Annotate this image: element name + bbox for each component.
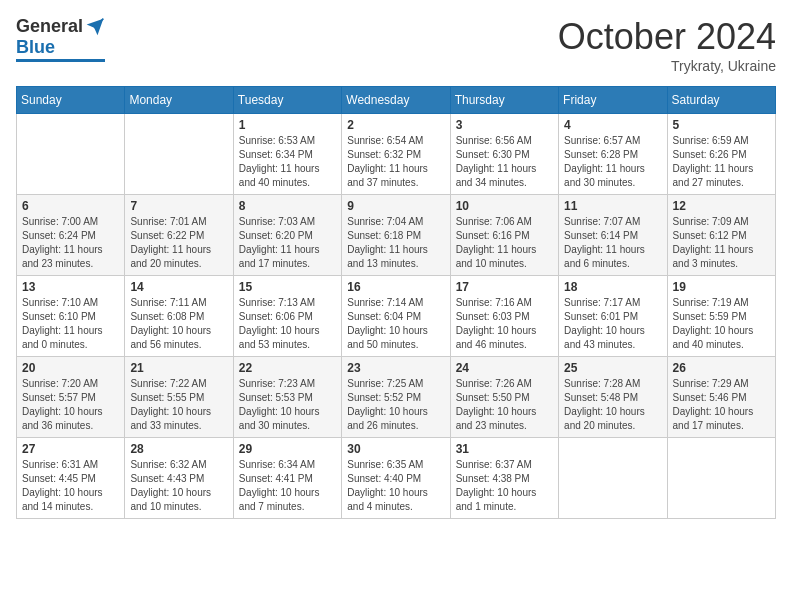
calendar-table: Sunday Monday Tuesday Wednesday Thursday… bbox=[16, 86, 776, 519]
day-info: Sunrise: 7:06 AM Sunset: 6:16 PM Dayligh… bbox=[456, 215, 553, 271]
table-row: 16Sunrise: 7:14 AM Sunset: 6:04 PM Dayli… bbox=[342, 276, 450, 357]
table-row: 1Sunrise: 6:53 AM Sunset: 6:34 PM Daylig… bbox=[233, 114, 341, 195]
day-number: 9 bbox=[347, 199, 444, 213]
logo-blue-text: Blue bbox=[16, 37, 55, 58]
logo-bird-icon bbox=[85, 17, 105, 37]
day-info: Sunrise: 6:56 AM Sunset: 6:30 PM Dayligh… bbox=[456, 134, 553, 190]
week-row-3: 20Sunrise: 7:20 AM Sunset: 5:57 PM Dayli… bbox=[17, 357, 776, 438]
day-info: Sunrise: 7:00 AM Sunset: 6:24 PM Dayligh… bbox=[22, 215, 119, 271]
header-saturday: Saturday bbox=[667, 87, 775, 114]
day-info: Sunrise: 6:53 AM Sunset: 6:34 PM Dayligh… bbox=[239, 134, 336, 190]
day-number: 27 bbox=[22, 442, 119, 456]
table-row: 22Sunrise: 7:23 AM Sunset: 5:53 PM Dayli… bbox=[233, 357, 341, 438]
week-row-2: 13Sunrise: 7:10 AM Sunset: 6:10 PM Dayli… bbox=[17, 276, 776, 357]
day-number: 2 bbox=[347, 118, 444, 132]
day-info: Sunrise: 7:22 AM Sunset: 5:55 PM Dayligh… bbox=[130, 377, 227, 433]
day-info: Sunrise: 6:54 AM Sunset: 6:32 PM Dayligh… bbox=[347, 134, 444, 190]
table-row: 9Sunrise: 7:04 AM Sunset: 6:18 PM Daylig… bbox=[342, 195, 450, 276]
day-number: 21 bbox=[130, 361, 227, 375]
table-row: 20Sunrise: 7:20 AM Sunset: 5:57 PM Dayli… bbox=[17, 357, 125, 438]
day-number: 4 bbox=[564, 118, 661, 132]
day-info: Sunrise: 7:13 AM Sunset: 6:06 PM Dayligh… bbox=[239, 296, 336, 352]
table-row: 25Sunrise: 7:28 AM Sunset: 5:48 PM Dayli… bbox=[559, 357, 667, 438]
day-info: Sunrise: 7:09 AM Sunset: 6:12 PM Dayligh… bbox=[673, 215, 770, 271]
week-row-0: 1Sunrise: 6:53 AM Sunset: 6:34 PM Daylig… bbox=[17, 114, 776, 195]
day-info: Sunrise: 6:35 AM Sunset: 4:40 PM Dayligh… bbox=[347, 458, 444, 514]
logo-general-text: General bbox=[16, 16, 83, 37]
day-info: Sunrise: 7:11 AM Sunset: 6:08 PM Dayligh… bbox=[130, 296, 227, 352]
table-row: 19Sunrise: 7:19 AM Sunset: 5:59 PM Dayli… bbox=[667, 276, 775, 357]
table-row bbox=[17, 114, 125, 195]
day-info: Sunrise: 6:32 AM Sunset: 4:43 PM Dayligh… bbox=[130, 458, 227, 514]
day-number: 5 bbox=[673, 118, 770, 132]
table-row bbox=[125, 114, 233, 195]
day-number: 30 bbox=[347, 442, 444, 456]
table-row: 6Sunrise: 7:00 AM Sunset: 6:24 PM Daylig… bbox=[17, 195, 125, 276]
day-number: 10 bbox=[456, 199, 553, 213]
day-number: 14 bbox=[130, 280, 227, 294]
day-info: Sunrise: 7:17 AM Sunset: 6:01 PM Dayligh… bbox=[564, 296, 661, 352]
table-row: 4Sunrise: 6:57 AM Sunset: 6:28 PM Daylig… bbox=[559, 114, 667, 195]
table-row: 12Sunrise: 7:09 AM Sunset: 6:12 PM Dayli… bbox=[667, 195, 775, 276]
header-thursday: Thursday bbox=[450, 87, 558, 114]
header-wednesday: Wednesday bbox=[342, 87, 450, 114]
day-info: Sunrise: 7:16 AM Sunset: 6:03 PM Dayligh… bbox=[456, 296, 553, 352]
logo: General Blue bbox=[16, 16, 105, 62]
day-number: 23 bbox=[347, 361, 444, 375]
day-info: Sunrise: 7:04 AM Sunset: 6:18 PM Dayligh… bbox=[347, 215, 444, 271]
table-row: 8Sunrise: 7:03 AM Sunset: 6:20 PM Daylig… bbox=[233, 195, 341, 276]
day-number: 13 bbox=[22, 280, 119, 294]
table-row: 28Sunrise: 6:32 AM Sunset: 4:43 PM Dayli… bbox=[125, 438, 233, 519]
page-header: General Blue October 2024 Trykraty, Ukra… bbox=[16, 16, 776, 74]
table-row: 17Sunrise: 7:16 AM Sunset: 6:03 PM Dayli… bbox=[450, 276, 558, 357]
table-row: 7Sunrise: 7:01 AM Sunset: 6:22 PM Daylig… bbox=[125, 195, 233, 276]
table-row: 10Sunrise: 7:06 AM Sunset: 6:16 PM Dayli… bbox=[450, 195, 558, 276]
table-row: 18Sunrise: 7:17 AM Sunset: 6:01 PM Dayli… bbox=[559, 276, 667, 357]
table-row: 15Sunrise: 7:13 AM Sunset: 6:06 PM Dayli… bbox=[233, 276, 341, 357]
day-info: Sunrise: 7:14 AM Sunset: 6:04 PM Dayligh… bbox=[347, 296, 444, 352]
day-info: Sunrise: 7:20 AM Sunset: 5:57 PM Dayligh… bbox=[22, 377, 119, 433]
day-number: 12 bbox=[673, 199, 770, 213]
table-row: 2Sunrise: 6:54 AM Sunset: 6:32 PM Daylig… bbox=[342, 114, 450, 195]
day-info: Sunrise: 6:31 AM Sunset: 4:45 PM Dayligh… bbox=[22, 458, 119, 514]
table-row: 14Sunrise: 7:11 AM Sunset: 6:08 PM Dayli… bbox=[125, 276, 233, 357]
table-row bbox=[559, 438, 667, 519]
day-number: 25 bbox=[564, 361, 661, 375]
table-row: 31Sunrise: 6:37 AM Sunset: 4:38 PM Dayli… bbox=[450, 438, 558, 519]
month-title: October 2024 bbox=[558, 16, 776, 58]
table-row: 29Sunrise: 6:34 AM Sunset: 4:41 PM Dayli… bbox=[233, 438, 341, 519]
table-row: 24Sunrise: 7:26 AM Sunset: 5:50 PM Dayli… bbox=[450, 357, 558, 438]
day-info: Sunrise: 7:26 AM Sunset: 5:50 PM Dayligh… bbox=[456, 377, 553, 433]
day-number: 19 bbox=[673, 280, 770, 294]
week-row-1: 6Sunrise: 7:00 AM Sunset: 6:24 PM Daylig… bbox=[17, 195, 776, 276]
day-number: 29 bbox=[239, 442, 336, 456]
day-info: Sunrise: 7:03 AM Sunset: 6:20 PM Dayligh… bbox=[239, 215, 336, 271]
header-sunday: Sunday bbox=[17, 87, 125, 114]
table-row: 23Sunrise: 7:25 AM Sunset: 5:52 PM Dayli… bbox=[342, 357, 450, 438]
day-number: 15 bbox=[239, 280, 336, 294]
header-monday: Monday bbox=[125, 87, 233, 114]
day-info: Sunrise: 7:19 AM Sunset: 5:59 PM Dayligh… bbox=[673, 296, 770, 352]
table-row: 13Sunrise: 7:10 AM Sunset: 6:10 PM Dayli… bbox=[17, 276, 125, 357]
day-info: Sunrise: 7:28 AM Sunset: 5:48 PM Dayligh… bbox=[564, 377, 661, 433]
day-info: Sunrise: 6:57 AM Sunset: 6:28 PM Dayligh… bbox=[564, 134, 661, 190]
table-row: 26Sunrise: 7:29 AM Sunset: 5:46 PM Dayli… bbox=[667, 357, 775, 438]
table-row: 11Sunrise: 7:07 AM Sunset: 6:14 PM Dayli… bbox=[559, 195, 667, 276]
day-number: 28 bbox=[130, 442, 227, 456]
day-number: 8 bbox=[239, 199, 336, 213]
day-number: 16 bbox=[347, 280, 444, 294]
day-number: 18 bbox=[564, 280, 661, 294]
table-row: 3Sunrise: 6:56 AM Sunset: 6:30 PM Daylig… bbox=[450, 114, 558, 195]
day-info: Sunrise: 7:25 AM Sunset: 5:52 PM Dayligh… bbox=[347, 377, 444, 433]
day-number: 1 bbox=[239, 118, 336, 132]
day-number: 22 bbox=[239, 361, 336, 375]
day-number: 26 bbox=[673, 361, 770, 375]
day-number: 3 bbox=[456, 118, 553, 132]
day-number: 7 bbox=[130, 199, 227, 213]
day-info: Sunrise: 6:37 AM Sunset: 4:38 PM Dayligh… bbox=[456, 458, 553, 514]
subtitle: Trykraty, Ukraine bbox=[558, 58, 776, 74]
week-row-4: 27Sunrise: 6:31 AM Sunset: 4:45 PM Dayli… bbox=[17, 438, 776, 519]
table-row: 27Sunrise: 6:31 AM Sunset: 4:45 PM Dayli… bbox=[17, 438, 125, 519]
day-info: Sunrise: 7:01 AM Sunset: 6:22 PM Dayligh… bbox=[130, 215, 227, 271]
table-row: 5Sunrise: 6:59 AM Sunset: 6:26 PM Daylig… bbox=[667, 114, 775, 195]
